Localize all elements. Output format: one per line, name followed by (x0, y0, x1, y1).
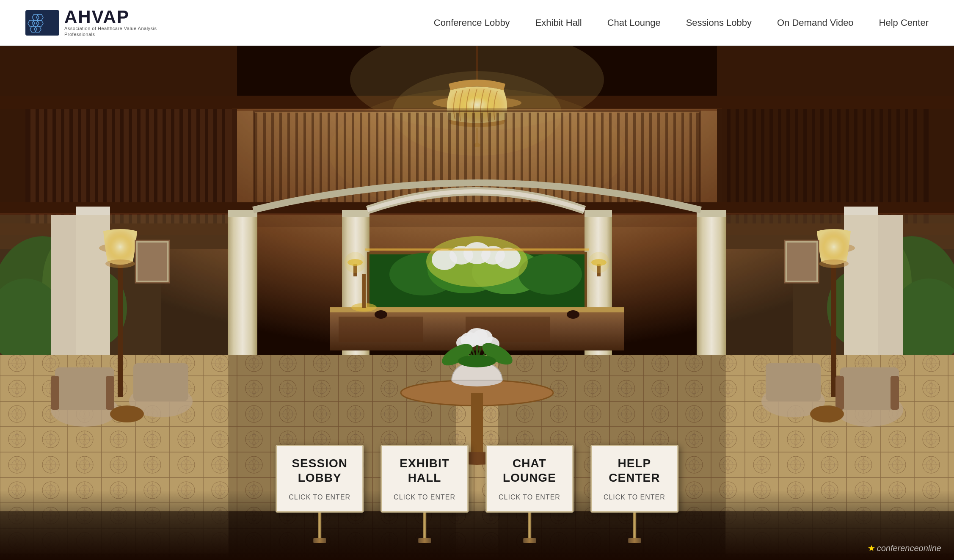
sign-base-3 (523, 538, 536, 543)
signs-container: SESSIONLOBBY CLICK TO ENTER EXHIBITHALL … (276, 445, 678, 543)
watermark-star: ★ (868, 543, 875, 553)
sign-base-1 (313, 538, 326, 543)
session-lobby-sign[interactable]: SESSIONLOBBY CLICK TO ENTER (276, 445, 364, 513)
main-nav: Conference Lobby Exhibit Hall Chat Loung… (434, 17, 929, 28)
sign-post-2 (423, 513, 426, 538)
session-lobby-sign-wrapper: SESSIONLOBBY CLICK TO ENTER (276, 445, 364, 543)
nav-exhibit-hall[interactable]: Exhibit Hall (535, 17, 582, 28)
logo-subtitle: Association of Healthcare Value Analysis… (64, 26, 183, 37)
logo-title: AHVAP (64, 8, 183, 26)
watermark-text: conferenceonline (877, 543, 941, 553)
sign-post-4 (633, 513, 636, 538)
sign-base-4 (628, 538, 641, 543)
nav-conference-lobby[interactable]: Conference Lobby (434, 17, 510, 28)
session-lobby-title: SESSIONLOBBY (292, 456, 347, 485)
nav-help-center[interactable]: Help Center (879, 17, 929, 28)
chat-lounge-sign[interactable]: CHATLOUNGE CLICK TO ENTER (485, 445, 574, 513)
help-center-title: HELPCENTER (609, 456, 660, 485)
logo-area: AHVAP Association of Healthcare Value An… (25, 8, 183, 37)
chat-lounge-subtitle: CLICK TO ENTER (499, 490, 560, 501)
chat-lounge-title: CHATLOUNGE (503, 456, 556, 485)
session-lobby-subtitle: CLICK TO ENTER (289, 490, 350, 501)
help-center-sign[interactable]: HELPCENTER CLICK TO ENTER (590, 445, 678, 513)
logo-text-block: AHVAP Association of Healthcare Value An… (64, 8, 183, 37)
sign-post-1 (318, 513, 321, 538)
svg-rect-0 (25, 10, 59, 36)
exhibit-hall-subtitle: CLICK TO ENTER (394, 490, 455, 501)
nav-sessions-lobby[interactable]: Sessions Lobby (686, 17, 752, 28)
sign-base-2 (418, 538, 431, 543)
exhibit-hall-title: EXHIBITHALL (400, 456, 449, 485)
chat-lounge-sign-wrapper: CHATLOUNGE CLICK TO ENTER (485, 445, 574, 543)
exhibit-hall-sign-wrapper: EXHIBITHALL CLICK TO ENTER (380, 445, 469, 543)
exhibit-hall-sign[interactable]: EXHIBITHALL CLICK TO ENTER (380, 445, 469, 513)
help-center-sign-wrapper: HELPCENTER CLICK TO ENTER (590, 445, 678, 543)
nav-chat-lounge[interactable]: Chat Lounge (607, 17, 661, 28)
logo-icon (25, 10, 59, 36)
watermark: ★ conferenceonline (868, 543, 941, 553)
sign-post-3 (528, 513, 531, 538)
header: AHVAP Association of Healthcare Value An… (0, 0, 954, 46)
help-center-subtitle: CLICK TO ENTER (604, 490, 665, 501)
nav-on-demand-video[interactable]: On Demand Video (777, 17, 854, 28)
